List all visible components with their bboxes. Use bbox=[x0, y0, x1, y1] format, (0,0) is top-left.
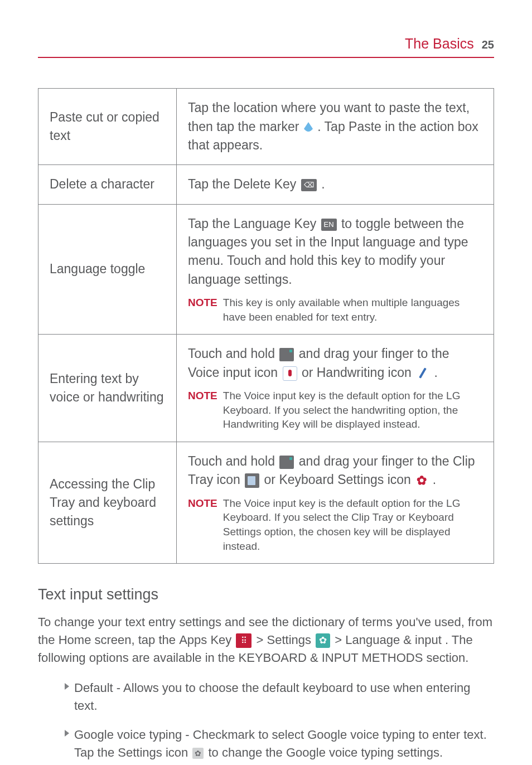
settings-icon: ✿ bbox=[316, 633, 330, 648]
header-page-number: 25 bbox=[482, 37, 494, 53]
section-paragraph: To change your text entry settings and s… bbox=[38, 613, 494, 667]
table-row: Entering text by voice or handwriting To… bbox=[38, 335, 494, 442]
voice-input-icon bbox=[283, 366, 297, 381]
table-row: Paste cut or copied text Tap the locatio… bbox=[38, 89, 494, 165]
list-item: Google voice typing - Checkmark to selec… bbox=[65, 726, 494, 762]
row-label: Entering text by voice or handwriting bbox=[38, 335, 177, 442]
header-title: The Basics bbox=[405, 33, 474, 54]
bullet-arrow-icon bbox=[65, 683, 69, 690]
hold-key-icon bbox=[279, 456, 294, 469]
row-label: Accessing the Clip Tray and keyboard set… bbox=[38, 442, 177, 563]
row-label: Delete a character bbox=[38, 165, 177, 204]
row-description: Tap the Delete Key ⌫ . bbox=[177, 165, 494, 204]
bullet-arrow-icon bbox=[65, 730, 69, 737]
page-header: The Basics 25 bbox=[38, 33, 494, 58]
marker-icon bbox=[304, 122, 313, 133]
settings-small-icon: ✿ bbox=[192, 748, 204, 759]
row-description: Tap the location where you want to paste… bbox=[177, 89, 494, 165]
handwriting-icon bbox=[416, 367, 429, 380]
row-description: Touch and hold and drag your finger to t… bbox=[177, 442, 494, 563]
hold-key-icon bbox=[279, 348, 294, 361]
note: NOTE The Voice input key is the default … bbox=[188, 389, 482, 432]
row-label: Language toggle bbox=[38, 204, 177, 335]
keyboard-settings-icon: ✿ bbox=[415, 475, 428, 487]
instruction-table: Paste cut or copied text Tap the locatio… bbox=[38, 88, 494, 564]
note: NOTE The Voice input key is the default … bbox=[188, 496, 482, 554]
language-key-icon: EN bbox=[321, 219, 337, 231]
note: NOTE This key is only available when mul… bbox=[188, 296, 482, 324]
list-item: Default - Allows you to choose the defau… bbox=[65, 679, 494, 715]
section-heading: Text input settings bbox=[38, 584, 494, 606]
delete-key-icon: ⌫ bbox=[301, 179, 317, 191]
table-row: Accessing the Clip Tray and keyboard set… bbox=[38, 442, 494, 563]
row-label: Paste cut or copied text bbox=[38, 89, 177, 165]
table-row: Delete a character Tap the Delete Key ⌫ … bbox=[38, 165, 494, 204]
apps-key-icon: ⠿ bbox=[236, 633, 252, 648]
clip-tray-icon bbox=[245, 473, 259, 488]
row-description: Touch and hold and drag your finger to t… bbox=[177, 335, 494, 442]
table-row: Language toggle Tap the Language Key EN … bbox=[38, 204, 494, 335]
row-description: Tap the Language Key EN to toggle betwee… bbox=[177, 204, 494, 335]
